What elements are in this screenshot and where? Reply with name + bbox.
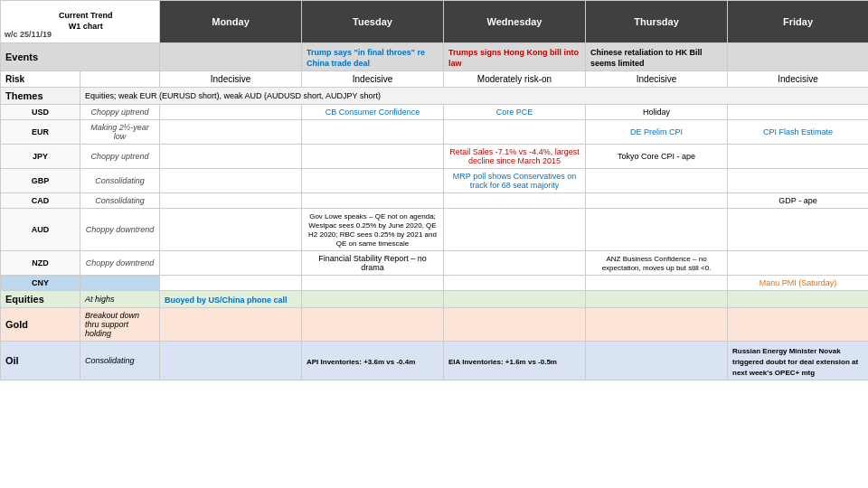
gbp-thursday	[586, 169, 728, 193]
eur-trend: Making 2½-year low	[80, 120, 160, 145]
events-friday	[728, 43, 869, 71]
nzd-wednesday	[444, 251, 586, 276]
jpy-tuesday	[302, 145, 444, 169]
cad-label: CAD	[1, 193, 80, 209]
usd-wednesday: Core PCE	[444, 105, 586, 120]
gbp-wednesday: MRP poll shows Conservatives on track fo…	[444, 169, 586, 193]
usd-row: USD Choppy uptrend CB Consumer Confidenc…	[1, 105, 869, 120]
gold-label: Gold	[1, 308, 80, 342]
header-info: 48 w/c 25/11/19 Current TrendW1 chart	[1, 1, 160, 43]
jpy-label: JPY	[1, 145, 80, 169]
events-label: Events	[1, 43, 160, 71]
thursday-header: Thursday	[586, 1, 728, 43]
oil-section-row: Oil Consolidating API Inventories: +3.6m…	[1, 342, 869, 380]
cad-wednesday	[444, 193, 586, 209]
eur-friday: CPI Flash Estimate	[728, 120, 869, 145]
equities-label: Equities	[1, 291, 80, 308]
cny-row: CNY Manu PMI (Saturday)	[1, 276, 869, 291]
risk-thursday: Indecisive	[586, 71, 728, 88]
gbp-tuesday	[302, 169, 444, 193]
equities-tuesday	[302, 291, 444, 308]
aud-friday	[728, 209, 869, 251]
jpy-thursday: Tokyo Core CPI - ape	[586, 145, 728, 169]
cny-tuesday	[302, 276, 444, 291]
themes-content: Equities; weak EUR (EURUSD short), weak …	[80, 88, 869, 105]
usd-thursday: Holiday	[586, 105, 728, 120]
nzd-label: NZD	[1, 251, 80, 276]
usd-monday	[160, 105, 302, 120]
jpy-friday	[728, 145, 869, 169]
events-monday	[160, 43, 302, 71]
gold-section-row: Gold Breakout down thru support holding	[1, 308, 869, 342]
equities-monday: Buoyed by US/China phone call	[160, 291, 302, 308]
risk-label: Risk	[1, 71, 80, 88]
cad-monday	[160, 193, 302, 209]
usd-friday	[728, 105, 869, 120]
jpy-monday	[160, 145, 302, 169]
friday-header: Friday	[728, 1, 869, 43]
events-tuesday: Trump says "in final throes" re China tr…	[302, 43, 444, 71]
cny-monday	[160, 276, 302, 291]
gbp-monday	[160, 169, 302, 193]
oil-trend: Consolidating	[80, 342, 160, 380]
gold-monday	[160, 308, 302, 342]
oil-monday	[160, 342, 302, 380]
cny-label: CNY	[1, 276, 80, 291]
gold-thursday	[586, 308, 728, 342]
equities-section-row: Equities At highs Buoyed by US/China pho…	[1, 291, 869, 308]
cad-trend: Consolidating	[80, 193, 160, 209]
gbp-trend: Consolidating	[80, 169, 160, 193]
oil-friday: Russian Energy Minister Novak triggered …	[728, 342, 869, 380]
gold-wednesday	[444, 308, 586, 342]
events-thursday: Chinese retaliation to HK Bill seems lim…	[586, 43, 728, 71]
oil-tuesday: API Inventories: +3.6m vs -0.4m	[302, 342, 444, 380]
equities-friday	[728, 291, 869, 308]
cad-tuesday	[302, 193, 444, 209]
equities-wednesday	[444, 291, 586, 308]
oil-label: Oil	[1, 342, 80, 380]
eur-row: EUR Making 2½-year low DE Prelim CPI CPI…	[1, 120, 869, 145]
aud-monday	[160, 209, 302, 251]
events-row: Events Trump says "in final throes" re C…	[1, 43, 869, 71]
gbp-row: GBP Consolidating MRP poll shows Conserv…	[1, 169, 869, 193]
nzd-row: NZD Choppy downtrend Financial Stability…	[1, 251, 869, 276]
wednesday-header: Wednesday	[444, 1, 586, 43]
cad-row: CAD Consolidating GDP - ape	[1, 193, 869, 209]
equities-thursday	[586, 291, 728, 308]
equities-trend: At highs	[80, 291, 160, 308]
aud-row: AUD Choppy downtrend Gov Lowe speaks – Q…	[1, 209, 869, 251]
cny-wednesday	[444, 276, 586, 291]
aud-wednesday	[444, 209, 586, 251]
risk-tuesday: Indecisive	[302, 71, 444, 88]
nzd-friday	[728, 251, 869, 276]
nzd-trend: Choppy downtrend	[80, 251, 160, 276]
cad-friday: GDP - ape	[728, 193, 869, 209]
usd-trend: Choppy uptrend	[80, 105, 160, 120]
week-date: w/c 25/11/19	[5, 30, 52, 39]
week-number: 48	[5, 5, 52, 30]
eur-tuesday	[302, 120, 444, 145]
risk-wednesday: Moderately risk-on	[444, 71, 586, 88]
oil-thursday	[586, 342, 728, 380]
oil-wednesday: EIA Inventories: +1.6m vs -0.5m	[444, 342, 586, 380]
risk-friday: Indecisive	[728, 71, 869, 88]
cny-friday: Manu PMI (Saturday)	[728, 276, 869, 291]
gold-tuesday	[302, 308, 444, 342]
gold-trend: Breakout down thru support holding	[80, 308, 160, 342]
themes-label: Themes	[1, 88, 80, 105]
eur-thursday: DE Prelim CPI	[586, 120, 728, 145]
gold-friday	[728, 308, 869, 342]
usd-tuesday: CB Consumer Confidence	[302, 105, 444, 120]
nzd-tuesday: Financial Stability Report – no drama	[302, 251, 444, 276]
nzd-monday	[160, 251, 302, 276]
eur-wednesday	[444, 120, 586, 145]
aud-label: AUD	[1, 209, 80, 251]
gbp-label: GBP	[1, 169, 80, 193]
gbp-friday	[728, 169, 869, 193]
aud-thursday	[586, 209, 728, 251]
cny-trend	[80, 276, 160, 291]
jpy-trend: Choppy uptrend	[80, 145, 160, 169]
cny-thursday	[586, 276, 728, 291]
risk-trend	[80, 71, 160, 88]
nzd-thursday: ANZ Business Confidence – no expectation…	[586, 251, 728, 276]
